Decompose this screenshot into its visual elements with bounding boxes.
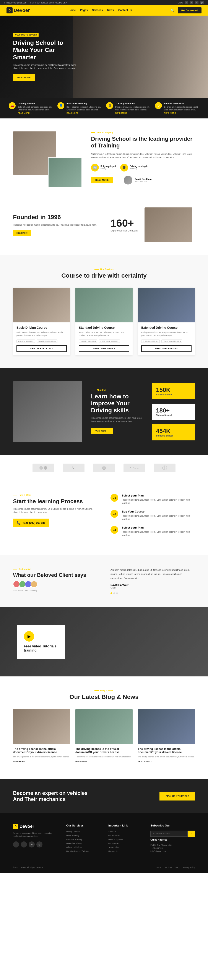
blog-3-link[interactable]: READ MORE → (138, 760, 195, 763)
footer-link-news[interactable]: News & Updates (108, 838, 142, 840)
footer-important-title: Important Link (108, 824, 142, 827)
course-1-body: Basic Driving Course Proin pretium risus… (13, 322, 70, 355)
footer-link-services[interactable]: Our Services (108, 835, 142, 837)
skills-title: Learn how to improve Your Driving skills (91, 393, 143, 414)
footer-link-defensive[interactable]: Defensive Driving (66, 842, 100, 845)
footer-bottom-home[interactable]: Home (156, 866, 161, 869)
feature-4-link[interactable]: READ MORE → (164, 112, 199, 114)
footer-link-contact[interactable]: Contact Us (108, 850, 142, 852)
footer-logo-name: Devoer (19, 824, 34, 829)
footer-bottom-privacy[interactable]: Privacy Policy (183, 866, 195, 869)
twitter-icon[interactable]: t (190, 1, 193, 4)
feature-1-link[interactable]: READ MORE → (18, 112, 53, 114)
partner-2: N (63, 464, 85, 472)
dot-1[interactable] (110, 592, 112, 594)
skills-image (13, 381, 82, 442)
nav-contact[interactable]: Contact Us (118, 9, 132, 12)
skills-btn[interactable]: View More → (91, 428, 113, 434)
feature-2-link[interactable]: READ MORE → (67, 112, 102, 114)
phone-box[interactable]: 📞 +125 (090) 668 886 (13, 519, 49, 527)
testimonial-author-name: David Harbour (110, 584, 195, 587)
contact-button[interactable]: Get Connected (178, 7, 202, 13)
logo-icon: D (6, 7, 13, 13)
step-2-num: 02 (110, 510, 118, 518)
cta-button[interactable]: SIGN UP YOURSELF (160, 792, 195, 800)
footer-link-about[interactable]: About Us (108, 830, 142, 833)
blog-1-link[interactable]: READ MORE → (13, 760, 70, 763)
about-read-more-btn[interactable]: Read More (91, 177, 113, 183)
footer-link-driving-licence[interactable]: Driving Licence (66, 830, 100, 833)
footer-link-testimonials[interactable]: Testimonials (108, 846, 142, 848)
feature-3-link[interactable]: READ MORE → (115, 112, 150, 114)
linkedin-icon[interactable]: in (195, 1, 198, 4)
footer-logo-icon: D (13, 824, 18, 829)
badge-2-sub: a setting (130, 168, 149, 170)
footer-copyright: © 2021 Devoer. All Rights Reserved (13, 866, 44, 869)
footer-link-courses[interactable]: Our Courses (108, 842, 142, 845)
blog-2-body: The driving licence is the official docu… (75, 744, 133, 766)
avatar-4 (30, 581, 37, 588)
course-1-image (13, 288, 70, 322)
subscribe-input[interactable] (150, 830, 188, 837)
founded-desc: Phasellus nec sapien rutrum placerat cap… (13, 223, 98, 227)
skills-stats: 150K Active Students 180+ National Award… (152, 383, 195, 441)
partners-section: N (0, 455, 208, 481)
subscribe-button[interactable]: → (188, 830, 195, 837)
footer-subscribe-col: Subscribe Our → Office Address FMFM City… (150, 824, 195, 854)
footer-facebook-icon[interactable]: f (13, 842, 19, 848)
blog-card-1: The driving licence is the official docu… (13, 709, 70, 766)
course-2-btn[interactable]: View Course Details (79, 345, 129, 352)
how-section: How it Work Start the learning Process P… (0, 481, 208, 555)
dot-2[interactable] (113, 592, 115, 594)
blog-2-desc: The driving licence is the official docu… (75, 756, 133, 759)
youtube-icon[interactable]: yt (200, 1, 204, 4)
footer-grid: D Devoer Devoer is a premium driving sch… (13, 824, 195, 854)
logo-name: Devoer (14, 8, 30, 13)
founded-title: Founded in 1996 (13, 214, 98, 221)
hero-btn[interactable]: Read More (13, 74, 35, 81)
blog-2-link[interactable]: READ MORE → (75, 760, 133, 763)
svg-text:N: N (72, 466, 75, 470)
feature-instructor: 👤 Instructor training Dolor sit amet, co… (58, 102, 102, 114)
blog-grid: The driving licence is the official docu… (13, 709, 195, 766)
footer-important-links: About Us Our Services News & Updates Our… (108, 830, 142, 852)
partners-grid: N (13, 464, 195, 472)
founder-name: David Beckham (134, 178, 152, 180)
top-bar-email: info@devoer.gmail.com (4, 2, 27, 4)
nav-services[interactable]: Services (92, 9, 103, 12)
course-2-tag-practical: PRACTICAL SESSION (99, 339, 120, 343)
dot-3[interactable] (116, 592, 118, 594)
founder-info: David Beckham Founder CEO (134, 178, 152, 183)
play-button[interactable]: ▶ (24, 631, 34, 641)
footer-link-guidelines[interactable]: Driving Guidelines (66, 846, 100, 848)
course-2-tag-theory: THEORY SESSION (79, 339, 97, 343)
footer-link-instructor[interactable]: Instructor Training (66, 838, 100, 840)
footer-twitter-icon[interactable]: t (21, 842, 27, 848)
blog-1-image (13, 709, 70, 744)
course-1-btn[interactable]: View Course Details (16, 345, 67, 352)
footer-link-maintenance[interactable]: Car Maintenance Training (66, 850, 100, 852)
video-card: ▶ Free video Tutorials training (18, 625, 65, 659)
search-icon[interactable]: 🔍 (171, 9, 174, 12)
facebook-icon[interactable]: f (185, 1, 188, 4)
nav-news[interactable]: News (107, 9, 114, 12)
nav-pages[interactable]: Pages (80, 9, 88, 12)
step-2-title: Buy Your Course (122, 510, 195, 513)
footer-bottom-faq[interactable]: FAQ (176, 866, 179, 869)
course-3-tag-theory: THEORY SESSION (141, 339, 160, 343)
hero-tag: Welcome to Devoer (13, 33, 38, 37)
footer-bottom-services[interactable]: Services (165, 866, 172, 869)
course-3-btn[interactable]: View Course Details (141, 345, 192, 352)
founded-read-more-btn[interactable]: Read More (13, 230, 31, 236)
footer-instagram-icon[interactable]: ig (37, 842, 42, 848)
nav-home[interactable]: Home (69, 9, 75, 12)
footer-link-driver-training[interactable]: Driver Training (66, 835, 100, 837)
badge-1-text: Fully equipped facility (101, 165, 116, 170)
stat-box-success: 454K Students Sucess (152, 424, 195, 441)
course-3-tags: THEORY SESSION PRACTICAL SESSION (141, 339, 192, 343)
course-2-tags: THEORY SESSION PRACTICAL SESSION (79, 339, 129, 343)
footer-bottom-links: Home Services FAQ Privacy Policy (156, 866, 195, 869)
courses-title: Course to drive with certainty (13, 272, 195, 279)
footer-linkedin-icon[interactable]: in (29, 842, 35, 848)
course-3-desc: Proin pretium risus nec, est pellentesqu… (141, 331, 192, 337)
